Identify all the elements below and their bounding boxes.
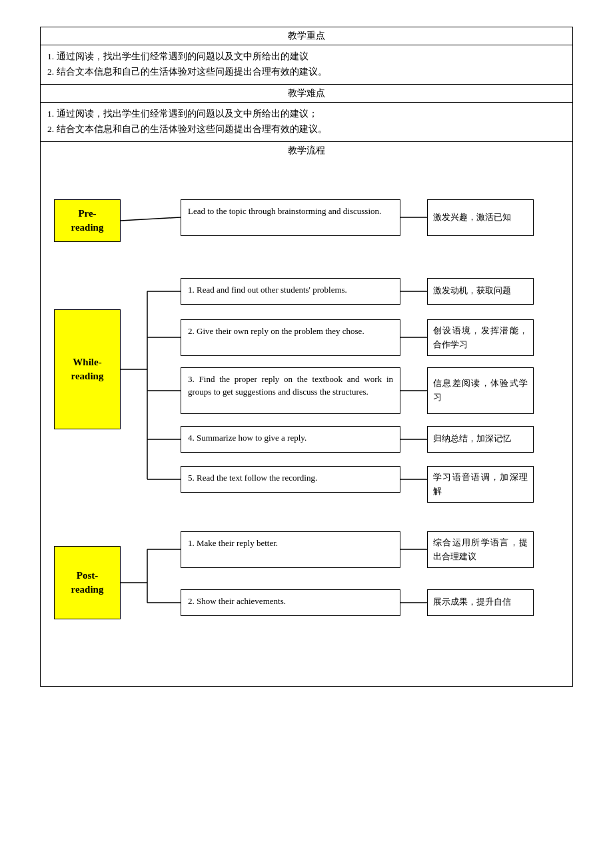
while-note-5: 学习语音语调，加深理解 <box>427 466 534 503</box>
post-note-2: 展示成果，提升自信 <box>427 589 534 616</box>
while-note-1: 激发动机，获取问题 <box>427 278 534 305</box>
main-container: 教学重点 1. 通过阅读，找出学生们经常遇到的问题以及文中所给出的建议 2. 结… <box>40 27 573 687</box>
difficulty-title: 教学难点 <box>41 85 572 103</box>
while-note-3: 信息差阅读，体验式学习 <box>427 367 534 414</box>
while-reading-box: While-reading <box>54 309 121 429</box>
post-activity-2: 2. Show their achievements. <box>181 589 400 616</box>
while-activity-3: 3. Find the proper reply on the textbook… <box>181 367 400 414</box>
post-activity-1: 1. Make their reply better. <box>181 531 400 568</box>
difficulty-1: 1. 通过阅读，找出学生们经常遇到的问题以及文中所给出的建议； <box>47 107 566 122</box>
difficulty-content: 1. 通过阅读，找出学生们经常遇到的问题以及文中所给出的建议； 2. 结合文本信… <box>41 103 572 141</box>
while-note-4: 归纳总结，加深记忆 <box>427 426 534 453</box>
difficulty-2: 2. 结合文本信息和自己的生活体验对这些问题提出合理有效的建议。 <box>47 122 566 137</box>
svg-line-0 <box>121 217 181 221</box>
key-point-1: 1. 通过阅读，找出学生们经常遇到的问题以及文中所给出的建议 <box>47 49 566 65</box>
while-activity-2: 2. Give their own reply on the problem t… <box>181 319 400 356</box>
post-note-1: 综合运用所学语言，提出合理建议 <box>427 531 534 569</box>
flow-section: Pre-reading Lead to the topic through br… <box>41 169 572 686</box>
pre-note-1: 激发兴趣，激活已知 <box>427 199 534 236</box>
key-points-title: 教学重点 <box>41 27 572 45</box>
while-activity-4: 4. Summarize how to give a reply. <box>181 426 400 453</box>
pre-activity-1: Lead to the topic through brainstorming … <box>181 199 400 236</box>
pre-reading-box: Pre-reading <box>54 199 121 242</box>
key-points-content: 1. 通过阅读，找出学生们经常遇到的问题以及文中所给出的建议 2. 结合文本信息… <box>41 45 572 84</box>
key-point-2: 2. 结合文本信息和自己的生活体验对这些问题提出合理有效的建议。 <box>47 65 566 80</box>
while-activity-1: 1. Read and find out other students' pro… <box>181 278 400 305</box>
while-note-2: 创设语境，发挥潜能，合作学习 <box>427 319 534 357</box>
flow-diagram: Pre-reading Lead to the topic through br… <box>47 179 566 673</box>
flow-title: 教学流程 <box>41 141 572 157</box>
while-activity-5: 5. Read the text follow the recording. <box>181 466 400 493</box>
post-reading-box: Post-reading <box>54 546 121 619</box>
